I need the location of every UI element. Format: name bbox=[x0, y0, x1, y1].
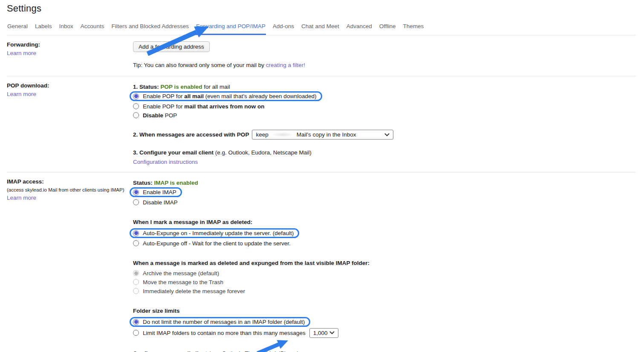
tab-forwarding-and-pop-imap[interactable]: Forwarding and POP/IMAP bbox=[196, 20, 266, 35]
tab-chat-and-meet[interactable]: Chat and Meet bbox=[301, 20, 340, 35]
heading-text: Folder size limits bbox=[133, 308, 180, 314]
radio-option-auto-expunge-off[interactable]: Auto-Expunge off - Wait for the client t… bbox=[133, 239, 636, 247]
tab-accounts[interactable]: Accounts bbox=[80, 20, 105, 35]
imap-expunge-heading: When a message is marked as deleted and … bbox=[133, 259, 636, 267]
option-text: Enable POP for bbox=[143, 93, 184, 99]
radio-unselected-icon[interactable] bbox=[133, 199, 139, 205]
radio-option-label: Auto-Expunge on - Immediately update the… bbox=[143, 230, 294, 236]
radio-option-no-limit[interactable]: Do not limit the number of messages in a… bbox=[130, 317, 310, 327]
forwarding-tip-text: Tip: You can also forward only some of y… bbox=[133, 62, 266, 68]
pop-download-label: POP download: bbox=[7, 82, 133, 89]
settings-tabs-bar: General Labels Inbox Accounts Filters an… bbox=[7, 20, 636, 35]
pop-learn-more-link[interactable]: Learn more bbox=[7, 91, 36, 97]
tab-general[interactable]: General bbox=[7, 20, 28, 35]
chevron-down-icon bbox=[329, 331, 335, 335]
radio-option-auto-expunge-on[interactable]: Auto-Expunge on - Immediately update the… bbox=[130, 228, 299, 238]
pop-status-value: POP is enabled bbox=[161, 84, 202, 90]
radio-option-move-to-trash: Move the message to the Trash bbox=[133, 278, 636, 286]
option-text-bold: Disable bbox=[143, 112, 163, 119]
radio-unselected-icon[interactable] bbox=[133, 330, 139, 336]
radio-option-delete-forever: Immediately delete the message forever bbox=[133, 287, 636, 295]
section-forwarding: Forwarding: Learn more Add a forwarding … bbox=[7, 35, 636, 76]
radio-option-label: Immediately delete the message forever bbox=[143, 288, 245, 294]
settings-page: Settings General Labels Inbox Accounts F… bbox=[0, 0, 644, 352]
imap-configure-rest: (e.g. Outlook, Thunderbird, iPhone) bbox=[207, 350, 299, 352]
pop-status-prefix: 1. Status: bbox=[133, 84, 161, 90]
redacted-text bbox=[271, 132, 294, 137]
radio-selected-icon[interactable] bbox=[133, 230, 139, 236]
radio-selected-icon[interactable] bbox=[133, 189, 139, 195]
radio-disabled-selected-icon bbox=[133, 270, 139, 276]
tab-advanced[interactable]: Advanced bbox=[346, 20, 373, 35]
forwarding-learn-more-link[interactable]: Learn more bbox=[7, 50, 36, 56]
radio-option-limit-messages[interactable]: Limit IMAP folders to contain no more th… bbox=[133, 328, 636, 338]
radio-option-label: Archive the message (default) bbox=[143, 270, 219, 276]
imap-status-line: Status: IMAP is enabled bbox=[133, 178, 636, 187]
tab-add-ons[interactable]: Add-ons bbox=[272, 20, 295, 35]
option-text: POP bbox=[163, 112, 177, 119]
radio-option-disable-pop[interactable]: Disable POP bbox=[133, 111, 636, 119]
radio-option-archive-message: Archive the message (default) bbox=[133, 269, 636, 277]
radio-option-label: Enable IMAP bbox=[143, 189, 176, 195]
radio-option-enable-pop-from-now-on[interactable]: Enable POP for mail that arrives from no… bbox=[133, 102, 636, 111]
radio-option-label: Disable POP bbox=[143, 112, 177, 119]
forwarding-label: Forwarding: bbox=[7, 41, 133, 48]
imap-deleted-heading: When I mark a message in IMAP as deleted… bbox=[133, 218, 636, 226]
radio-selected-icon[interactable] bbox=[133, 319, 139, 325]
radio-option-label: Enable POP for mail that arrives from no… bbox=[143, 103, 265, 110]
option-text-bold: all mail bbox=[184, 93, 204, 99]
radio-option-label: Limit IMAP folders to contain no more th… bbox=[143, 330, 306, 336]
tab-filters-and-blocked-addresses[interactable]: Filters and Blocked Addresses bbox=[111, 20, 189, 35]
heading-text: When a message is marked as deleted and … bbox=[133, 260, 370, 266]
radio-disabled-icon bbox=[133, 288, 139, 294]
imap-configure-line: Configure your email client (e.g. Outloo… bbox=[133, 349, 636, 352]
radio-option-enable-pop-all-mail[interactable]: Enable POP for all mail (even mail that'… bbox=[130, 91, 322, 101]
radio-disabled-icon bbox=[133, 279, 139, 285]
option-text: Enable POP for bbox=[143, 103, 184, 110]
section-imap-access: IMAP access: (access skylead.io Mail fro… bbox=[7, 172, 636, 352]
radio-unselected-icon[interactable] bbox=[133, 240, 139, 246]
forwarding-tip: Tip: You can also forward only some of y… bbox=[133, 61, 636, 69]
pop-configure-bold: 3. Configure your email client bbox=[133, 149, 214, 156]
pop-access-label: 2. When messages are accessed with POP bbox=[133, 131, 249, 138]
imap-limit-select[interactable]: 1,000 bbox=[309, 328, 338, 338]
radio-option-label: Auto-Expunge off - Wait for the client t… bbox=[143, 240, 291, 247]
pop-configure-line: 3. Configure your email client (e.g. Out… bbox=[133, 148, 636, 157]
radio-option-label: Do not limit the number of messages in a… bbox=[143, 319, 305, 325]
imap-access-label: IMAP access: bbox=[7, 178, 133, 185]
chevron-down-icon bbox=[384, 133, 390, 137]
radio-option-disable-imap[interactable]: Disable IMAP bbox=[133, 198, 636, 207]
tab-inbox[interactable]: Inbox bbox=[59, 20, 74, 35]
folder-size-limits-heading: Folder size limits bbox=[133, 306, 636, 315]
imap-status-prefix: Status: bbox=[133, 180, 154, 186]
pop-status-line: 1. Status: POP is enabled for all mail bbox=[133, 82, 636, 91]
pop-access-value-rest: Mail's copy in the Inbox bbox=[297, 131, 356, 138]
radio-option-label: Disable IMAP bbox=[143, 199, 178, 206]
option-text: (even mail that's already been downloade… bbox=[204, 93, 317, 99]
add-forwarding-address-button[interactable]: Add a forwarding address bbox=[133, 41, 210, 52]
imap-learn-more-link[interactable]: Learn more bbox=[7, 195, 36, 201]
pop-access-select[interactable]: keep Mail's copy in the Inbox bbox=[252, 130, 393, 140]
radio-unselected-icon[interactable] bbox=[133, 112, 139, 118]
tab-labels[interactable]: Labels bbox=[35, 20, 52, 35]
radio-selected-icon[interactable] bbox=[133, 93, 139, 99]
creating-a-filter-link[interactable]: creating a filter! bbox=[266, 62, 305, 68]
pop-status-suffix: for all mail bbox=[202, 84, 230, 90]
page-title: Settings bbox=[7, 0, 636, 14]
radio-option-label: Move the message to the Trash bbox=[143, 279, 223, 285]
tab-offline[interactable]: Offline bbox=[379, 20, 396, 35]
pop-configuration-instructions-link[interactable]: Configuration instructions bbox=[133, 159, 198, 165]
imap-configure-bold: Configure your email client bbox=[133, 350, 207, 352]
imap-access-sublabel: (access skylead.io Mail from other clien… bbox=[7, 187, 133, 192]
imap-limit-value: 1,000 bbox=[313, 330, 328, 336]
option-text-bold: mail that arrives from now on bbox=[184, 103, 264, 110]
pop-access-value-keep: keep bbox=[256, 131, 268, 138]
radio-unselected-icon[interactable] bbox=[133, 103, 139, 109]
imap-status-value: IMAP is enabled bbox=[154, 180, 198, 186]
heading-text: When I mark a message in IMAP as deleted… bbox=[133, 219, 252, 225]
pop-configure-rest: (e.g. Outlook, Eudora, Netscape Mail) bbox=[214, 149, 312, 156]
tab-themes[interactable]: Themes bbox=[403, 20, 425, 35]
pop-access-line: 2. When messages are accessed with POP k… bbox=[133, 130, 636, 140]
radio-option-label: Enable POP for all mail (even mail that'… bbox=[143, 93, 317, 99]
radio-option-enable-imap[interactable]: Enable IMAP bbox=[130, 187, 182, 197]
